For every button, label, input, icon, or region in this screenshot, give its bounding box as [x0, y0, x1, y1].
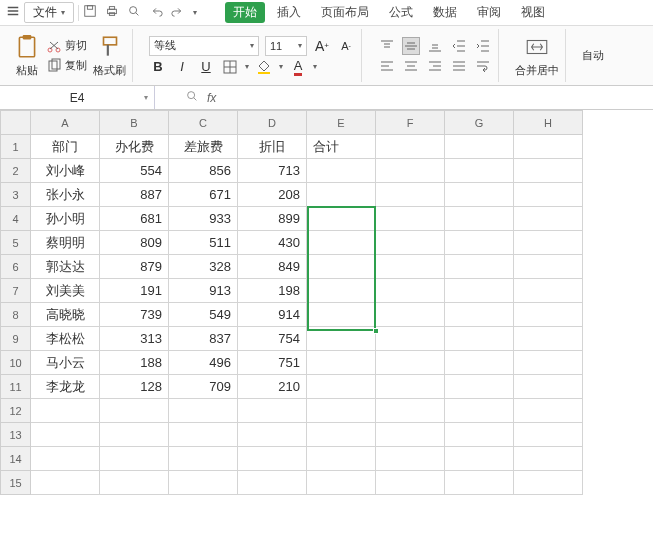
tab-formula[interactable]: 公式	[381, 4, 421, 21]
merge-center-button[interactable]: 合并居中	[515, 34, 559, 78]
justify-icon[interactable]	[450, 57, 468, 75]
format-painter-button[interactable]: 格式刷	[93, 34, 126, 78]
name-box[interactable]: E4▾	[0, 86, 155, 109]
svg-rect-12	[103, 37, 116, 45]
paste-button[interactable]: 粘贴	[14, 34, 40, 78]
svg-rect-3	[109, 7, 114, 10]
tab-data[interactable]: 数据	[425, 4, 465, 21]
tab-insert[interactable]: 插入	[269, 4, 309, 21]
preview-icon[interactable]	[127, 4, 141, 21]
row-5[interactable]: 5	[1, 231, 31, 255]
grid[interactable]: A B C D E F G H 1 部门 办化费 差旅费 折旧 合计 2刘小峰5…	[0, 110, 583, 495]
indent-dec-icon[interactable]	[450, 37, 468, 55]
fill-color-button[interactable]	[255, 58, 273, 76]
svg-rect-14	[258, 72, 270, 74]
bold-button[interactable]: B	[149, 58, 167, 76]
row-10[interactable]: 10	[1, 351, 31, 375]
col-H[interactable]: H	[514, 111, 583, 135]
cell[interactable]: 办化费	[100, 135, 168, 158]
cell[interactable]: 折旧	[238, 135, 306, 158]
hamburger-icon[interactable]	[6, 4, 20, 21]
fill-handle[interactable]	[373, 328, 379, 334]
row-6[interactable]: 6	[1, 255, 31, 279]
font-name-select[interactable]: 等线▾	[149, 36, 259, 56]
align-right-icon[interactable]	[426, 57, 444, 75]
row-3[interactable]: 3	[1, 183, 31, 207]
align-left-icon[interactable]	[378, 57, 396, 75]
svg-rect-6	[19, 37, 34, 57]
row-14[interactable]: 14	[1, 447, 31, 471]
cancel-icon[interactable]	[185, 89, 199, 106]
wrap-icon[interactable]	[474, 57, 492, 75]
formula-bar-row: E4▾ fx	[0, 86, 653, 110]
align-center-icon[interactable]	[402, 57, 420, 75]
italic-button[interactable]: I	[173, 58, 191, 76]
col-G[interactable]: G	[445, 111, 514, 135]
auto-sum-button[interactable]: 自动	[582, 48, 604, 63]
indent-inc-icon[interactable]	[474, 37, 492, 55]
svg-point-16	[188, 92, 195, 99]
tab-layout[interactable]: 页面布局	[313, 4, 377, 21]
align-middle-icon[interactable]	[402, 37, 420, 55]
fx-icon[interactable]: fx	[207, 91, 216, 105]
redo-icon[interactable]	[171, 4, 185, 21]
qa-more-icon[interactable]: ▾	[193, 8, 197, 17]
svg-point-5	[130, 7, 137, 14]
worksheet[interactable]: A B C D E F G H 1 部门 办化费 差旅费 折旧 合计 2刘小峰5…	[0, 110, 653, 540]
undo-icon[interactable]	[149, 4, 163, 21]
svg-rect-0	[85, 6, 96, 17]
underline-button[interactable]: U	[197, 58, 215, 76]
cell[interactable]: 部门	[31, 135, 99, 158]
quick-access: ▾	[83, 4, 197, 21]
row-2[interactable]: 2	[1, 159, 31, 183]
col-D[interactable]: D	[238, 111, 307, 135]
increase-font-icon[interactable]: A+	[313, 37, 331, 55]
font-color-button[interactable]: A	[289, 58, 307, 76]
menubar: 文件▾ ▾ 开始 插入 页面布局 公式 数据 审阅 视图	[0, 0, 653, 26]
row-4[interactable]: 4	[1, 207, 31, 231]
svg-rect-7	[23, 35, 32, 39]
row-8[interactable]: 8	[1, 303, 31, 327]
save-icon[interactable]	[83, 4, 97, 21]
cell[interactable]: 合计	[307, 135, 375, 158]
font-size-select[interactable]: 11▾	[265, 36, 307, 56]
cut-button[interactable]: 剪切	[46, 38, 87, 54]
file-menu[interactable]: 文件▾	[24, 2, 74, 23]
align-bottom-icon[interactable]	[426, 37, 444, 55]
copy-button[interactable]: 复制	[46, 58, 87, 74]
decrease-font-icon[interactable]: A-	[337, 37, 355, 55]
row-1[interactable]: 1	[1, 135, 31, 159]
cell[interactable]: 差旅费	[169, 135, 237, 158]
border-button[interactable]	[221, 58, 239, 76]
align-top-icon[interactable]	[378, 37, 396, 55]
col-C[interactable]: C	[169, 111, 238, 135]
row-9[interactable]: 9	[1, 327, 31, 351]
print-icon[interactable]	[105, 4, 119, 21]
col-E[interactable]: E	[307, 111, 376, 135]
tab-review[interactable]: 审阅	[469, 4, 509, 21]
svg-rect-1	[87, 6, 92, 10]
row-11[interactable]: 11	[1, 375, 31, 399]
select-all-corner[interactable]	[1, 111, 31, 135]
col-B[interactable]: B	[100, 111, 169, 135]
tab-home[interactable]: 开始	[225, 2, 265, 23]
ribbon: 粘贴 剪切 复制 格式刷 等线▾ 11▾ A+ A- B I U ▾ ▾ A▾	[0, 26, 653, 86]
row-12[interactable]: 12	[1, 399, 31, 423]
tab-view[interactable]: 视图	[513, 4, 553, 21]
row-15[interactable]: 15	[1, 471, 31, 495]
col-F[interactable]: F	[376, 111, 445, 135]
row-7[interactable]: 7	[1, 279, 31, 303]
row-13[interactable]: 13	[1, 423, 31, 447]
col-A[interactable]: A	[31, 111, 100, 135]
